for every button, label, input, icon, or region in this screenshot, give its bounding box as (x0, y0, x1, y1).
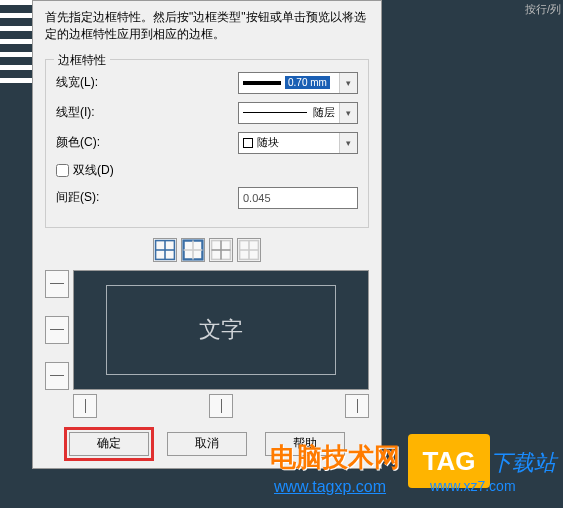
watermark: 电脑技术网 (270, 440, 400, 475)
preview-box[interactable]: 文字 (73, 270, 369, 390)
top-right-label: 按行/列 (525, 2, 561, 17)
ok-button[interactable]: 确定 (69, 432, 149, 456)
spacing-input[interactable] (238, 187, 358, 209)
cancel-button[interactable]: 取消 (167, 432, 247, 456)
linewidth-preview-line (243, 81, 281, 85)
linetype-value: 随层 (313, 105, 335, 120)
grid-all-icon (154, 239, 176, 261)
edge-right-button[interactable] (345, 394, 369, 418)
doubleline-label: 双线(D) (73, 162, 114, 179)
edge-vcenter-button[interactable] (209, 394, 233, 418)
border-properties-dialog: 首先指定边框特性。然后按"边框类型"按钮或单击预览以将选定的边框特性应用到相应的… (32, 0, 382, 469)
linetype-row: 线型(I): 随层 ▾ (56, 102, 358, 124)
fieldset-title: 边框特性 (54, 52, 110, 69)
color-value: 随块 (257, 135, 279, 150)
doubleline-checkbox[interactable] (56, 164, 69, 177)
grid-none-icon (238, 239, 260, 261)
linetype-label: 线型(I): (56, 104, 136, 121)
doubleline-row: 双线(D) (56, 162, 358, 179)
download-site-url: www.xz7.com (430, 478, 516, 494)
spacing-row: 间距(S): (56, 187, 358, 209)
border-type-icons (45, 238, 369, 262)
edge-left-button[interactable] (73, 394, 97, 418)
chevron-down-icon: ▾ (339, 133, 357, 153)
grid-outer-icon (182, 239, 204, 261)
watermark-url[interactable]: www.tagxp.com (274, 478, 386, 496)
border-properties-fieldset: 边框特性 线宽(L): 0.70 mm ▾ 线型(I): 随 (45, 59, 369, 228)
edge-bottom-button[interactable] (45, 362, 69, 390)
chevron-down-icon: ▾ (339, 73, 357, 93)
linewidth-value: 0.70 mm (285, 76, 330, 89)
spacing-label: 间距(S): (56, 189, 136, 206)
edge-top-button[interactable] (45, 270, 69, 298)
instruction-text: 首先指定边框特性。然后按"边框类型"按钮或单击预览以将选定的边框特性应用到相应的… (45, 9, 369, 43)
left-markers (0, 0, 32, 95)
preview-text: 文字 (199, 315, 243, 345)
preview-inner-frame: 文字 (106, 285, 336, 375)
preview-area: 文字 (45, 270, 369, 390)
linewidth-label: 线宽(L): (56, 74, 136, 91)
color-row: 颜色(C): 随块 ▾ (56, 132, 358, 154)
border-inner-button[interactable] (209, 238, 233, 262)
border-outer-button[interactable] (181, 238, 205, 262)
linetype-preview-line (243, 112, 307, 113)
grid-inner-icon (210, 239, 232, 261)
chevron-down-icon: ▾ (339, 103, 357, 123)
linetype-select[interactable]: 随层 ▾ (238, 102, 358, 124)
edge-middle-button[interactable] (45, 316, 69, 344)
linewidth-row: 线宽(L): 0.70 mm ▾ (56, 72, 358, 94)
download-site-text: 下载站 (490, 448, 556, 478)
color-label: 颜色(C): (56, 134, 136, 151)
linewidth-select[interactable]: 0.70 mm ▾ (238, 72, 358, 94)
watermark-text: 电脑技术网 (270, 440, 400, 475)
color-swatch (243, 138, 253, 148)
color-select[interactable]: 随块 ▾ (238, 132, 358, 154)
border-none-button[interactable] (237, 238, 261, 262)
border-all-button[interactable] (153, 238, 177, 262)
bottom-edge-buttons (45, 394, 369, 418)
left-edge-buttons (45, 270, 69, 390)
